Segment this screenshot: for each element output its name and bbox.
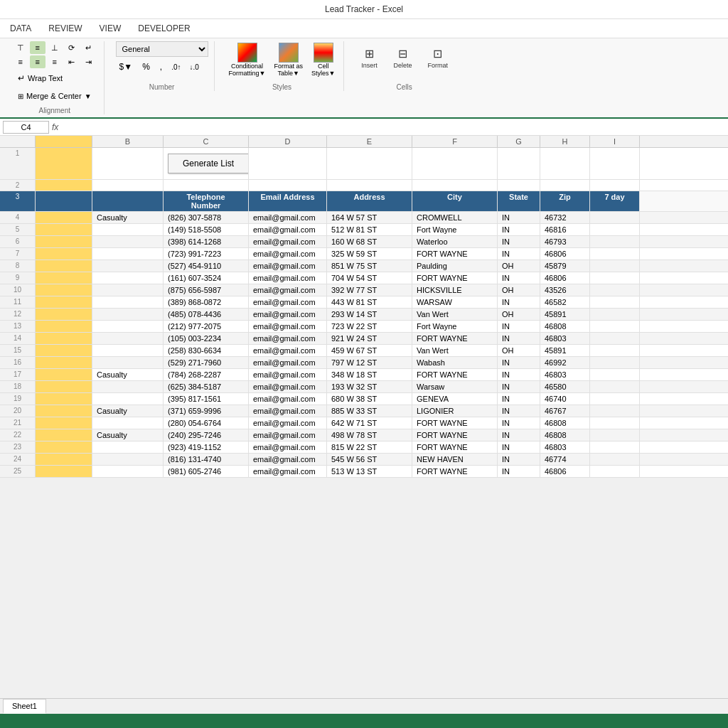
cell-20-g[interactable]: IN: [498, 405, 540, 417]
cell-20-a[interactable]: [36, 405, 92, 417]
cell-7-d[interactable]: email@gmail.com: [249, 248, 327, 259]
cell-4-c[interactable]: (826) 307-5878: [164, 212, 249, 223]
cell-24-d[interactable]: email@gmail.com: [249, 454, 327, 465]
cell-5-e[interactable]: 512 W 81 ST: [327, 224, 412, 235]
col-header-b[interactable]: B: [92, 136, 164, 147]
cell-13-e[interactable]: 723 W 22 ST: [327, 321, 412, 332]
cell-8-e[interactable]: 851 W 75 ST: [327, 260, 412, 272]
cell-9-a[interactable]: [36, 272, 92, 284]
cell-5-b[interactable]: [92, 224, 164, 235]
cell-2g[interactable]: [498, 180, 540, 191]
cell-18-a[interactable]: [36, 381, 92, 392]
cell-15-c[interactable]: (258) 830-6634: [164, 345, 249, 356]
format-table-btn[interactable]: Format asTable▼: [271, 41, 306, 78]
cell-14-e[interactable]: 921 W 24 ST: [327, 333, 412, 344]
col-header-i[interactable]: I: [590, 136, 640, 147]
formula-input[interactable]: [61, 123, 725, 132]
cell-19-a[interactable]: [36, 393, 92, 405]
cell-20-b[interactable]: Casualty: [92, 405, 164, 417]
cell-11-i[interactable]: [590, 296, 640, 308]
cell-7-c[interactable]: (723) 991-7223: [164, 248, 249, 259]
align-bottom-btn[interactable]: ⊥: [47, 41, 63, 54]
cell-21-f[interactable]: FORT WAYNE: [412, 417, 498, 429]
cell-17-c[interactable]: (784) 268-2287: [164, 369, 249, 380]
cell-2d[interactable]: [249, 180, 327, 191]
cell-22-f[interactable]: FORT WAYNE: [412, 429, 498, 441]
orient-btn[interactable]: ⟳: [64, 41, 80, 54]
cell-1g[interactable]: [498, 148, 540, 179]
cell-11-f[interactable]: WARSAW: [412, 296, 498, 308]
cell-20-d[interactable]: email@gmail.com: [249, 405, 327, 417]
cell-16-f[interactable]: Wabash: [412, 357, 498, 368]
cell-1e[interactable]: [327, 148, 412, 179]
cell-17-b[interactable]: Casualty: [92, 369, 164, 380]
cell-6-g[interactable]: IN: [498, 236, 540, 247]
cell-21-e[interactable]: 642 W 71 ST: [327, 417, 412, 429]
cell-9-b[interactable]: [92, 272, 164, 284]
cell-23-g[interactable]: IN: [498, 441, 540, 453]
delete-btn[interactable]: ⊟ Delete: [388, 41, 417, 73]
cell-7-i[interactable]: [590, 248, 640, 259]
cell-24-i[interactable]: [590, 454, 640, 465]
header-zip[interactable]: Zip: [540, 191, 590, 211]
align-center-btn[interactable]: ≡: [30, 55, 46, 68]
cell-16-h[interactable]: 46992: [540, 357, 590, 368]
col-header-a[interactable]: [36, 136, 92, 147]
cell-15-e[interactable]: 459 W 67 ST: [327, 345, 412, 356]
currency-btn[interactable]: $▼: [116, 60, 136, 74]
cell-21-d[interactable]: email@gmail.com: [249, 417, 327, 429]
cell-23-d[interactable]: email@gmail.com: [249, 441, 327, 453]
format-btn[interactable]: ⊡ Format: [422, 41, 453, 73]
cell-16-g[interactable]: IN: [498, 357, 540, 368]
cell-22-d[interactable]: email@gmail.com: [249, 429, 327, 441]
cell-11-c[interactable]: (389) 868-0872: [164, 296, 249, 308]
col-header-e[interactable]: E: [327, 136, 412, 147]
cell-13-g[interactable]: IN: [498, 321, 540, 332]
cell-5-i[interactable]: [590, 224, 640, 235]
cell-6-c[interactable]: (398) 614-1268: [164, 236, 249, 247]
cell-19-i[interactable]: [590, 393, 640, 405]
cell-18-e[interactable]: 193 W 32 ST: [327, 381, 412, 392]
cell-6-b[interactable]: [92, 236, 164, 247]
sheet-tab-1[interactable]: Sheet1: [3, 699, 46, 714]
cell-22-e[interactable]: 498 W 78 ST: [327, 429, 412, 441]
cell-5-d[interactable]: email@gmail.com: [249, 224, 327, 235]
cell-15-a[interactable]: [36, 345, 92, 356]
comma-btn[interactable]: ,: [156, 60, 166, 74]
cell-2b[interactable]: [92, 180, 164, 191]
cell-24-c[interactable]: (816) 131-4740: [164, 454, 249, 465]
cell-2f[interactable]: [412, 180, 498, 191]
cell-16-d[interactable]: email@gmail.com: [249, 357, 327, 368]
cell-4-i[interactable]: [590, 212, 640, 223]
cell-12-c[interactable]: (485) 078-4436: [164, 309, 249, 320]
cell-15-i[interactable]: [590, 345, 640, 356]
cell-15-f[interactable]: Van Wert: [412, 345, 498, 356]
cell-14-c[interactable]: (105) 003-2234: [164, 333, 249, 344]
cell-styles-btn[interactable]: CellStyles▼: [309, 41, 338, 78]
cell-23-b[interactable]: [92, 441, 164, 453]
header-state[interactable]: State: [498, 191, 540, 211]
cell-8-g[interactable]: OH: [498, 260, 540, 272]
dec-dec-btn[interactable]: ↓.0: [186, 62, 201, 73]
cell-16-c[interactable]: (529) 271-7960: [164, 357, 249, 368]
cell-9-f[interactable]: FORT WAYNE: [412, 272, 498, 284]
header-address[interactable]: Address: [327, 191, 412, 211]
menu-review[interactable]: REVIEW: [46, 22, 85, 35]
cell-15-g[interactable]: OH: [498, 345, 540, 356]
cell-name-box[interactable]: [3, 121, 49, 134]
cell-23-a[interactable]: [36, 441, 92, 453]
merge-dropdown-icon[interactable]: ▼: [85, 92, 92, 100]
cell-19-e[interactable]: 680 W 38 ST: [327, 393, 412, 405]
cell-1c[interactable]: Generate List: [164, 148, 249, 179]
header-col-a[interactable]: [36, 191, 92, 211]
cell-2c[interactable]: [164, 180, 249, 191]
cell-1h[interactable]: [540, 148, 590, 179]
cell-16-e[interactable]: 797 W 12 ST: [327, 357, 412, 368]
conditional-format-btn[interactable]: ConditionalFormatting▼: [226, 41, 269, 78]
cell-19-g[interactable]: IN: [498, 393, 540, 405]
cell-6-f[interactable]: Waterloo: [412, 236, 498, 247]
cell-12-f[interactable]: Van Wert: [412, 309, 498, 320]
cell-4-f[interactable]: CROMWELL: [412, 212, 498, 223]
cell-11-a[interactable]: [36, 296, 92, 308]
cell-11-g[interactable]: IN: [498, 296, 540, 308]
